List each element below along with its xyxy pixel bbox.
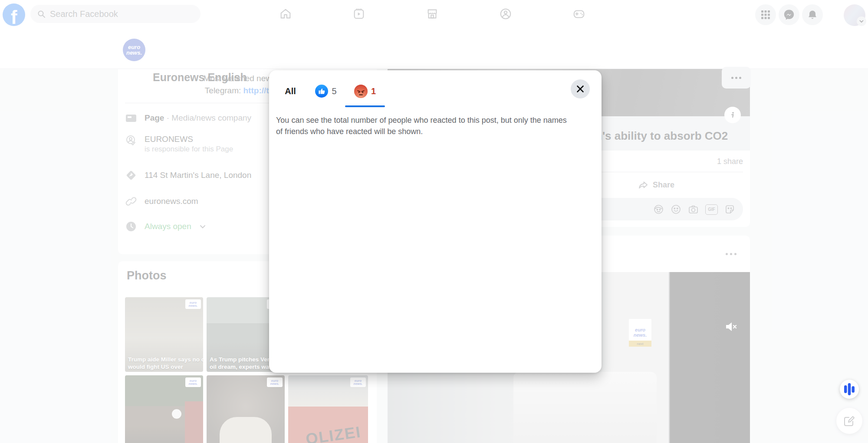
euronews-watermark: euronews. [350, 377, 366, 387]
website-text: euronews.com [145, 197, 198, 206]
sticker-icon[interactable] [724, 204, 735, 215]
page-avatar-text2: news. [126, 50, 142, 56]
watch-icon [352, 7, 365, 20]
compose-fab[interactable] [836, 408, 862, 434]
page-title: Euronews English [153, 71, 247, 84]
voice-assistant-fab[interactable] [840, 380, 859, 399]
info-button[interactable] [724, 107, 741, 123]
helmet-shape [172, 409, 181, 419]
share-label: Share [653, 180, 674, 190]
search-placeholder: Search Facebook [50, 9, 118, 19]
nav-tab-gaming[interactable] [542, 0, 615, 28]
chevron-down-icon [859, 19, 864, 24]
admin-name: EURONEWS [145, 135, 193, 144]
share-icon [638, 180, 648, 190]
truck-shape [185, 401, 203, 443]
gaming-icon [572, 7, 585, 20]
admin-icon [125, 135, 137, 147]
like-icon [315, 85, 328, 98]
next-strip: next [629, 341, 651, 347]
hours-text: Always open [145, 222, 191, 231]
page-icon [125, 112, 137, 124]
notifications-button[interactable] [802, 4, 823, 25]
like-count: 5 [332, 86, 336, 96]
address-row[interactable]: 114 St Martin's Lane, London [125, 169, 251, 181]
clock-icon [125, 220, 137, 233]
location-icon [125, 169, 137, 181]
tab-angry[interactable]: 1 [345, 82, 385, 100]
euronews-watermark: euronews. [185, 299, 201, 309]
figure-shape [220, 417, 272, 443]
profile-chevron-badge[interactable] [857, 16, 866, 26]
avatar-sticker-icon[interactable] [653, 204, 664, 215]
reactions-dialog: All 5 1 You [269, 70, 602, 373]
facebook-page: Most watched news cha Telegram: http://t… [0, 0, 868, 443]
close-icon [576, 85, 585, 93]
description-line2: of friends who have reacted will be show… [276, 127, 423, 136]
page-header: euronews. Euronews English [0, 28, 868, 69]
page-category-bold: Page [145, 113, 164, 122]
address-text: 114 St Martin's Lane, London [145, 171, 251, 180]
chevron-down-icon [199, 223, 207, 230]
page-admin-row[interactable]: EURONEWS is responsible for this Page [125, 135, 233, 154]
admin-subtext: is responsible for this Page [145, 145, 233, 153]
close-button[interactable] [571, 79, 590, 98]
search-icon [37, 10, 46, 18]
active-tab-underline [345, 105, 385, 107]
description-line1: You can see the total number of people w… [276, 116, 567, 125]
notifications-icon [807, 10, 818, 20]
gif-icon[interactable]: GIF [705, 204, 718, 215]
post-headline[interactable]: n's ability to absorb CO2 [595, 129, 728, 143]
post-more-button[interactable] [726, 253, 736, 255]
angry-icon [354, 85, 368, 98]
share-button[interactable]: Share [638, 177, 674, 193]
photos-title: Photos [127, 269, 167, 282]
photo-thumbnail[interactable]: euronews. [207, 375, 285, 443]
voice-bars-icon [844, 383, 855, 396]
nav-tab-marketplace[interactable] [396, 0, 469, 28]
tab-all-label: All [285, 86, 296, 96]
facebook-logo[interactable]: f [3, 3, 25, 26]
share-count[interactable]: 1 share [717, 157, 743, 166]
composer-icons: GIF [653, 204, 735, 215]
page-category-rest: · Media/news company [164, 113, 251, 122]
facebook-f: f [11, 9, 17, 26]
messenger-icon [783, 9, 795, 20]
tab-all[interactable]: All [279, 82, 301, 100]
page-avatar[interactable]: euronews. [123, 39, 145, 61]
messenger-button[interactable] [779, 4, 799, 25]
nav-tab-home[interactable] [249, 0, 322, 28]
tab-like[interactable]: 5 [311, 82, 341, 100]
nav-tab-watch[interactable] [322, 0, 395, 28]
angry-count: 1 [371, 86, 376, 96]
video-channel-logo: euronews. next [629, 319, 651, 347]
emoji-icon[interactable] [671, 204, 681, 215]
mute-icon[interactable] [724, 320, 738, 334]
home-icon [279, 7, 292, 20]
hours-row[interactable]: Always open [125, 220, 207, 233]
search-input[interactable]: Search Facebook [30, 5, 201, 23]
photo-caption: As Trump pitches Vene [210, 356, 274, 363]
compose-icon [843, 415, 855, 427]
website-row[interactable]: euronews.com [125, 195, 198, 207]
page-category-row: Page · Media/news company [125, 112, 251, 124]
euronews-watermark: euronews. [267, 377, 283, 387]
nav-tab-groups[interactable] [469, 0, 542, 28]
menu-button[interactable] [755, 4, 776, 25]
groups-icon [499, 7, 512, 20]
camera-icon[interactable] [688, 204, 699, 215]
photo-thumbnail[interactable]: euronews. OLIZEI [288, 375, 368, 443]
photo-caption: Trump aide Miller says no one [128, 356, 203, 363]
page-more-button[interactable] [722, 67, 751, 89]
menu-grid-icon [761, 10, 770, 20]
top-navbar: f Search Facebook [0, 0, 868, 28]
reactions-description: You can see the total number of people w… [276, 115, 567, 137]
link-icon [125, 195, 137, 207]
marketplace-icon [426, 7, 439, 20]
photo-thumbnail[interactable]: euronews. Trump aide Miller says no onew… [125, 297, 203, 372]
info-icon [729, 112, 736, 118]
appliance-shape [513, 372, 657, 443]
euronews-watermark: euronews. [185, 377, 201, 387]
bio-telegram-label: Telegram: [205, 86, 243, 95]
photo-thumbnail[interactable]: euronews. [125, 375, 203, 443]
